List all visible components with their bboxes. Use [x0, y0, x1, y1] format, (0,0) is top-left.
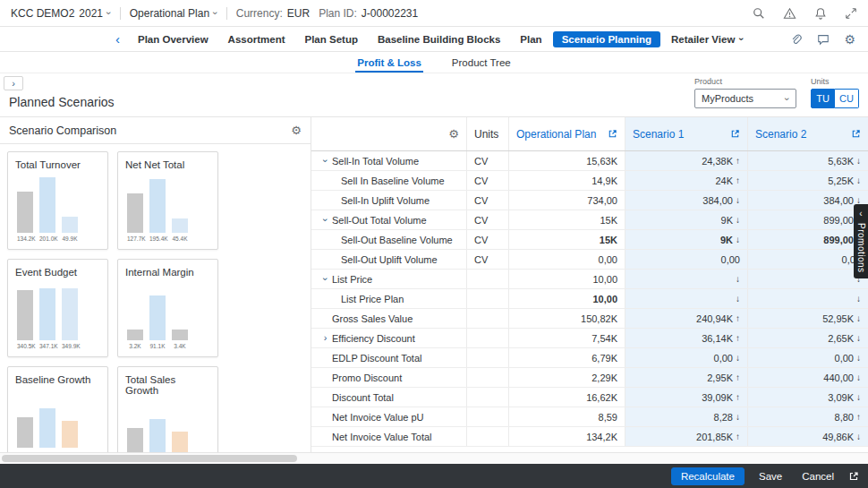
kpi-tile-baseline-growth[interactable]: Baseline Growth [7, 366, 108, 452]
table-row-sell-in-uplift-volume[interactable]: Sell-In Uplift VolumeCV734,00384,00↓384,… [311, 191, 868, 210]
tab-assortment[interactable]: Assortment [219, 31, 294, 47]
currency-info: Currency: EUR [236, 7, 310, 20]
plan-id-info: Plan ID: J-00002231 [319, 7, 418, 20]
chevron-down-icon[interactable]: › [319, 215, 332, 225]
table-row-list-price-plan[interactable]: List Price Plan10,00↓↓ [311, 289, 868, 309]
kpi-tile-internal-margin[interactable]: Internal Margin3.2K91.1K3.4K [117, 259, 218, 357]
open-in-new-icon[interactable] [848, 471, 859, 482]
chevron-right-icon[interactable]: › [319, 333, 332, 343]
kpi-tile-event-budget[interactable]: Event Budget340.5K347.1K349.9K [7, 259, 108, 357]
bar [62, 217, 78, 233]
table-row-sell-out-baseline-volume[interactable]: Sell-Out Baseline VolumeCV15K9K↓899,00↓ [311, 230, 868, 250]
kpi-tile-total-sales-growth[interactable]: Total Sales Growth [117, 366, 218, 452]
row-label: EDLP Discount Total [332, 353, 421, 364]
table-row-sell-out-uplift-volume[interactable]: Sell-Out Uplift VolumeCV0,000,000,00 [311, 250, 868, 270]
cell-scenario-2: ↓ [747, 270, 868, 288]
bar [149, 179, 166, 233]
table-row-promo-discount[interactable]: Promo Discount2,29K2,95K↑440,00↓ [311, 368, 868, 388]
attachment-icon[interactable] [790, 33, 803, 46]
nav-right-icons: ⚙ [790, 33, 855, 46]
table-row-gross-sales-value[interactable]: Gross Sales Value150,82K240,94K↑52,95K↓ [311, 309, 868, 329]
value: 3,09K [828, 392, 854, 403]
table-row-net-invoice-value-pu[interactable]: Net Invoice Value pU8,598,28↓8,80↑ [311, 407, 868, 427]
tab-plan[interactable]: Plan [511, 31, 550, 47]
bar-value: 347.1K [39, 343, 55, 349]
cell-units: CV [466, 191, 508, 210]
units-cu-button[interactable]: CU [835, 89, 859, 108]
tile-bar-chart [125, 285, 210, 340]
settings-gear-icon[interactable]: ⚙ [844, 33, 855, 46]
kpi-tile-net-net-total[interactable]: Net Net Total127.7K195.4K45.4K [117, 151, 218, 250]
app-title-selector[interactable]: KCC DEMO2 2021 › [11, 7, 111, 20]
horizontal-scrollbar[interactable] [0, 452, 868, 464]
table-row-efficiency-discount[interactable]: ›Efficiency Discount7,54K36,14K↑2,65K↓ [311, 329, 868, 348]
cancel-button[interactable]: Cancel [796, 467, 839, 485]
cell-operational-plan: 16,62K [508, 388, 625, 407]
table-row-sell-out-total-volume[interactable]: ›Sell-Out Total VolumeCV15K9K↓899,00↓ [311, 210, 868, 230]
chevron-down-icon: › [783, 97, 793, 100]
row-label-cell: ›Sell-Out Total Volume [311, 210, 466, 229]
value: 2,65K [828, 333, 854, 344]
units-tu-button[interactable]: TU [811, 89, 835, 108]
view-selector-label: Operational Plan [130, 7, 209, 20]
bar [17, 192, 33, 233]
exit-fullscreen-icon[interactable] [845, 7, 857, 20]
alert-icon[interactable] [783, 7, 796, 20]
tab-plan-overview[interactable]: Plan Overview [129, 31, 217, 47]
table-row-sell-in-total-volume[interactable]: ›Sell-In Total VolumeCV15,63K24,38K↑5,63… [311, 151, 868, 171]
trend-down-icon: ↓ [856, 372, 861, 382]
table-row-edlp-discount-total[interactable]: EDLP Discount Total6,79K0,00↓0,00↓ [311, 348, 868, 368]
tab-baseline-building-blocks[interactable]: Baseline Building Blocks [369, 31, 509, 47]
cell-scenario-2: 2,65K↓ [747, 329, 868, 347]
chevron-glyph: › [320, 159, 330, 163]
table-row-discount-total[interactable]: Discount Total16,62K39,09K↑3,09K↓ [311, 388, 868, 407]
row-label-cell: Sell-Out Uplift Volume [311, 250, 466, 269]
chevron-down-icon[interactable]: › [319, 156, 332, 166]
tab-scenario-planning[interactable]: Scenario Planning [553, 31, 660, 47]
plan-id-label: Plan ID: [319, 7, 357, 20]
bar-value: 127.7K [127, 235, 143, 242]
expand-panel-icon[interactable]: › [4, 76, 23, 90]
recalculate-button[interactable]: Recalculate [671, 467, 745, 485]
subtab-product-tree[interactable]: Product Tree [450, 57, 513, 73]
comparison-settings-gear-icon[interactable]: ⚙ [291, 124, 302, 136]
scenario-comparison-panel: Scenario Comparison ⚙ Total Turnover134.… [0, 117, 311, 452]
tile-title: Total Turnover [15, 159, 100, 170]
table-row-sell-in-baseline-volume[interactable]: Sell In Baseline VolumeCV14,9K24K↑5,25K↓ [311, 171, 868, 191]
view-selector[interactable]: Operational Plan › [130, 7, 217, 20]
cell-units: CV [466, 230, 508, 249]
product-select[interactable]: MyProducts › [694, 89, 796, 108]
header-scenario-1[interactable]: Scenario 1 [625, 117, 747, 150]
table-body: ›Sell-In Total VolumeCV15,63K24,38K↑5,63… [311, 151, 868, 447]
cell-scenario-2: 384,00↓ [747, 191, 868, 210]
bell-icon[interactable] [814, 7, 827, 20]
tab-plan-setup[interactable]: Plan Setup [296, 31, 367, 47]
table-row-net-invoice-value-total[interactable]: Net Invoice Value Total134,2K201,85K↑49,… [311, 427, 868, 447]
tab-retailer-view[interactable]: Retailer View› [662, 31, 753, 47]
search-icon[interactable] [753, 7, 765, 20]
cell-units: CV [466, 151, 508, 170]
trend-up-icon: ↑ [736, 313, 740, 323]
value: 9K [720, 235, 733, 245]
subtab-profit-loss[interactable]: Profit & Loss [355, 57, 423, 73]
table-header: ⚙ Units Operational Plan Scenario 1 Scen… [311, 117, 868, 151]
table-settings-gear-icon[interactable]: ⚙ [448, 128, 459, 140]
divider [226, 7, 227, 20]
table-row-list-price[interactable]: ›List Price10,00↓↓ [311, 270, 868, 289]
comment-icon[interactable] [817, 33, 830, 46]
product-select-value: MyProducts [702, 93, 753, 104]
scrollbar-thumb[interactable] [2, 455, 297, 462]
cell-scenario-1: 8,28↓ [625, 407, 747, 426]
kpi-tile-total-turnover[interactable]: Total Turnover134.2K201.0K49.9K [7, 151, 108, 250]
cell-scenario-2: 5,63K↓ [747, 151, 868, 170]
tile-bar-chart [15, 285, 100, 340]
back-icon[interactable]: ‹ [115, 32, 120, 46]
header-scenario-2[interactable]: Scenario 2 [747, 117, 868, 150]
chevron-down-icon[interactable]: › [319, 274, 332, 284]
save-button[interactable]: Save [753, 467, 787, 485]
promotions-side-tab[interactable]: ‹ Promotions [854, 204, 868, 278]
header-scenario-2-label: Scenario 2 [755, 128, 806, 141]
cell-operational-plan: 134,2K [508, 427, 625, 446]
cell-scenario-2: 0,00↓ [747, 348, 868, 367]
header-operational-plan[interactable]: Operational Plan [508, 117, 625, 150]
